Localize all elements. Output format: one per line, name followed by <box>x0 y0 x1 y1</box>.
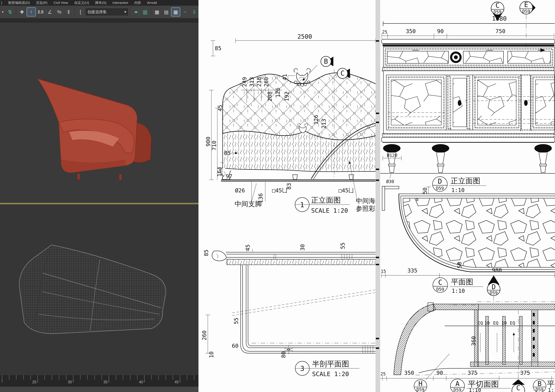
viewport-splitter[interactable] <box>0 202 198 204</box>
corner-curves <box>241 342 251 353</box>
plan-scale: 1:10 <box>452 288 465 294</box>
mirror-diagonals <box>232 290 377 316</box>
wireframe-sofa-model[interactable] <box>10 239 180 337</box>
angle-snap-icon[interactable]: ∠ <box>46 8 54 16</box>
viewport-wireframe[interactable] <box>0 204 198 375</box>
center-foot <box>293 175 298 179</box>
combo-caret-icon: ▾ <box>124 10 126 14</box>
named-selection-brace-icon[interactable]: { <box>76 8 85 16</box>
dim-s25: 25 <box>380 371 386 376</box>
drawer-panel-mid <box>463 51 504 63</box>
menu-item-graph-editors[interactable]: 图形编辑器(D) <box>8 0 30 5</box>
plan-view-drawing: 50 8 50 15 335 980 C D59 平面图 1:10 D D59 <box>381 186 555 304</box>
dim-750: 750 <box>496 28 505 35</box>
section-scale: 1:10 <box>469 387 481 392</box>
ribbon-toggle-icon[interactable]: ▩ <box>171 8 180 16</box>
status-band <box>0 386 198 392</box>
dim-s375b: 375 <box>520 370 530 376</box>
spinner-snap-icon[interactable]: ⇕ <box>64 8 73 16</box>
menu-item-rendering[interactable]: 渲染(R) <box>36 0 47 5</box>
view-bubble-3-number: 3 <box>300 365 304 372</box>
timeline-tick-label: 35 <box>103 380 108 384</box>
ground-line <box>221 180 380 181</box>
bubble-d-sheetno: D59 <box>436 186 444 191</box>
timeline-ruler[interactable]: 25 30 35 40 45 <box>0 375 198 386</box>
marker-h-sheetno: D59 <box>416 387 424 392</box>
cad-sheet-1: 2500 85 249 313 218 260 41 208 126 192 2… <box>198 0 380 392</box>
layer-explorer-icon[interactable]: ▤ <box>162 8 170 16</box>
timeline-tick-label: 40 <box>139 380 143 384</box>
door-swing-arrows <box>480 333 514 352</box>
toolbar-separator <box>16 7 16 16</box>
shaded-sofa-model[interactable] <box>29 69 161 180</box>
snap-25-icon[interactable]: 2.5 <box>36 8 45 16</box>
crown-shell-ornament <box>294 68 310 86</box>
max-app-window: ) 图形编辑器(D) 渲染(R) Civil View 自定义(U) 脚本(S)… <box>0 0 198 392</box>
dim-55v: 55 <box>233 318 239 324</box>
marker-c-up-letter: C <box>516 384 520 392</box>
marker-e-letter: E <box>524 1 528 9</box>
dim-85hp: 85 <box>203 250 209 256</box>
waist-bead-band <box>383 68 554 71</box>
cornice-band <box>383 44 554 46</box>
menu-item-partial[interactable]: ) <box>1 1 2 5</box>
bun-feet <box>383 144 552 172</box>
schematic-view-icon[interactable]: ⇩ <box>190 8 198 16</box>
top-rail-lines <box>226 252 380 259</box>
drawer-panel-left <box>387 51 448 63</box>
dim-126a: 126 <box>275 88 281 98</box>
dim-350: 350 <box>406 28 416 35</box>
timeline-tick-label: 45 <box>175 380 179 384</box>
menu-item-interactive[interactable]: Interactive <box>112 1 128 5</box>
plan-dim-chain <box>381 273 555 278</box>
mirror-icon[interactable]: ◀▶ <box>131 8 140 16</box>
menu-item-content[interactable]: 内容 <box>134 0 141 5</box>
layer-manager-icon[interactable]: ▦ <box>153 8 161 16</box>
percent-snap-icon[interactable]: % <box>55 8 63 16</box>
view-title-1: 正立面图 <box>311 196 341 204</box>
dim-260: 260 <box>201 330 207 340</box>
toolbar-flyout-caret-icon[interactable]: ▾ <box>1 8 5 16</box>
viewport-shaded[interactable] <box>0 23 198 202</box>
dim-s350: 350 <box>404 370 414 376</box>
named-selection-set-combo[interactable]: 创建选择集 ▾ <box>86 8 128 15</box>
dim-249: 249 <box>241 77 248 87</box>
section-scale-b-partial: 1:1 <box>548 387 555 392</box>
page-edge-strip <box>376 0 380 392</box>
plan-title-block: C D59 平面图 1:10 <box>433 278 483 294</box>
dim-foot-dia: Ø30 <box>386 179 394 184</box>
view-scale-1: SCALE 1:20 <box>311 207 348 214</box>
marker-e-sheetno: D59 <box>522 9 530 14</box>
dim-710: 710 <box>211 141 217 150</box>
dim-1680: 1680 <box>492 15 507 22</box>
dim-s90: 90 <box>437 370 443 376</box>
marker-b-letter: B <box>537 380 541 388</box>
plan-title: 平面图 <box>451 278 473 286</box>
curve-editor-icon[interactable]: ~ <box>181 8 189 16</box>
elevation-title: 正立面图 <box>451 177 480 185</box>
dim-sq45-left: □45凵 <box>272 187 287 194</box>
dim-50-bottom: 50 <box>456 262 463 269</box>
menu-item-scripting[interactable]: 脚本(S) <box>95 0 106 5</box>
menu-item-civil-view[interactable]: Civil View <box>53 1 68 5</box>
wall-return-v <box>382 186 385 210</box>
bubble-d-letter: D <box>438 178 442 185</box>
menu-item-arnold[interactable]: Arnold <box>147 1 157 5</box>
cad-sheet-2: C D59 E D59 1680 25 350 90 750 <box>380 0 555 392</box>
marker-d-sheetno: D59 <box>490 290 498 295</box>
plinth <box>381 137 555 142</box>
menu-item-customize[interactable]: 自定义(U) <box>74 0 89 5</box>
tracker-cross-icon[interactable]: ✚ <box>18 8 26 16</box>
dim-900: 900 <box>205 136 211 146</box>
wireframe-silhouette <box>19 245 166 334</box>
link-arrows-icon[interactable]: ⇅ <box>6 8 14 16</box>
dim-50-top: 50 <box>422 188 428 194</box>
drawer-panel-right <box>508 51 550 63</box>
dim-45v: 45 <box>217 105 223 112</box>
main-toolbar: ▾ ⇅ ✚ ↑ 2.5 ∠ % ⇕ { 创建选择集 ▾ ◀▶ ▥ ▦ ▤ ▩ ~… <box>0 6 198 18</box>
door-knob <box>524 100 528 106</box>
dim-85-panel: 85 <box>224 150 231 156</box>
select-object-icon[interactable]: ↑ <box>27 8 35 16</box>
align-icon[interactable]: ▥ <box>141 8 149 16</box>
dim-2500: 2500 <box>297 33 312 40</box>
